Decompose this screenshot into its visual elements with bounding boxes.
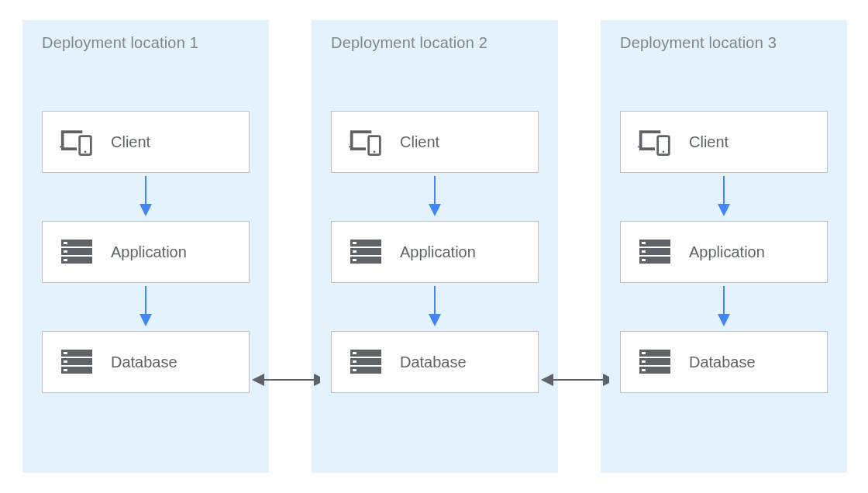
arrow-app-db-1	[42, 283, 250, 331]
svg-rect-25	[353, 250, 356, 253]
db-link-1-2	[227, 368, 320, 391]
svg-rect-14	[64, 352, 67, 354]
svg-point-4	[84, 150, 87, 153]
devices-icon	[638, 126, 672, 157]
svg-rect-41	[642, 250, 646, 253]
server-icon	[349, 236, 383, 267]
application-box-1: Application	[42, 221, 250, 283]
svg-point-20	[374, 150, 376, 153]
arrow-client-app-1	[42, 173, 250, 221]
svg-rect-46	[642, 352, 646, 354]
svg-rect-32	[353, 360, 356, 363]
svg-point-36	[663, 150, 665, 153]
database-label-3: Database	[689, 353, 756, 371]
svg-rect-18	[64, 369, 67, 371]
column-title-2: Deployment location 2	[331, 34, 539, 52]
client-label-2: Client	[400, 133, 439, 151]
database-box-1: Database	[42, 331, 250, 393]
database-box-3: Database	[620, 331, 828, 393]
devices-icon	[60, 126, 94, 157]
application-box-3: Application	[620, 221, 828, 283]
client-box-3: Client	[620, 111, 828, 173]
svg-rect-34	[353, 369, 356, 371]
server-icon	[60, 346, 94, 378]
svg-rect-23	[353, 242, 356, 244]
devices-icon	[349, 126, 383, 157]
server-icon	[60, 236, 94, 267]
arrow-client-app-2	[331, 173, 539, 221]
deployment-column-1: Deployment location 1 Client	[22, 20, 269, 473]
svg-rect-48	[642, 360, 646, 363]
client-box-2: Client	[331, 111, 539, 173]
svg-rect-11	[64, 259, 67, 261]
svg-rect-16	[64, 360, 67, 363]
svg-rect-9	[64, 250, 67, 253]
svg-rect-39	[642, 242, 646, 244]
arrow-client-app-3	[620, 173, 828, 221]
db-link-2-3	[516, 368, 609, 391]
server-icon	[638, 236, 672, 267]
arrow-app-db-2	[331, 283, 539, 331]
database-box-2: Database	[331, 331, 539, 393]
application-box-2: Application	[331, 221, 539, 283]
svg-rect-27	[353, 259, 356, 261]
server-icon	[349, 346, 383, 378]
application-label-1: Application	[111, 243, 187, 261]
column-title-1: Deployment location 1	[42, 34, 250, 52]
diagram-container: Deployment location 1 Client	[22, 20, 846, 473]
application-label-2: Application	[400, 243, 476, 261]
database-label-1: Database	[111, 353, 177, 371]
client-label-1: Client	[111, 133, 150, 151]
column-title-3: Deployment location 3	[620, 34, 828, 52]
svg-rect-30	[353, 352, 356, 354]
svg-rect-7	[64, 242, 67, 244]
svg-rect-50	[642, 369, 646, 371]
arrow-app-db-3	[620, 283, 828, 331]
client-label-3: Client	[689, 133, 728, 151]
client-box-1: Client	[42, 111, 250, 173]
server-icon	[638, 346, 672, 378]
deployment-column-3: Deployment location 3 Client	[601, 20, 847, 473]
application-label-3: Application	[689, 243, 765, 261]
database-label-2: Database	[400, 353, 467, 371]
deployment-column-2: Deployment location 2 Client	[312, 20, 558, 473]
svg-rect-43	[642, 259, 646, 261]
